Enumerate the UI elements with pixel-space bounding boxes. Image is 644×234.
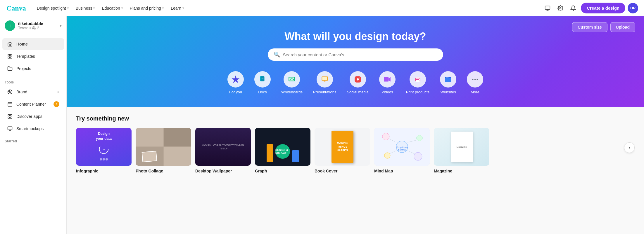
svg-rect-7 (11, 54, 12, 56)
svg-text:Keep ideas: Keep ideas (396, 146, 408, 149)
sidebar-item-home[interactable]: Home (2, 38, 64, 50)
starred-label: Starred (0, 137, 66, 144)
section-title: Try something new (76, 115, 635, 122)
social-media-icon (350, 71, 366, 88)
svg-point-45 (472, 79, 473, 80)
svg-point-43 (447, 77, 448, 78)
content-planner-badge: ! (53, 101, 59, 107)
canva-logo[interactable]: Canva (6, 4, 27, 12)
card-thumb-infographic: Designyour data % (76, 128, 132, 166)
tools-section-label: Tools (0, 77, 66, 85)
svg-line-63 (408, 151, 415, 154)
quick-icon-whiteboards[interactable]: Whiteboards (276, 69, 308, 97)
svg-point-51 (103, 158, 105, 160)
chevron-down-icon: ▾ (121, 6, 123, 10)
grid-icon (7, 113, 13, 119)
presentations-icon (317, 71, 333, 88)
avatar[interactable]: DP (628, 3, 638, 13)
svg-point-34 (359, 78, 360, 78)
cards-next-button[interactable]: › (624, 142, 635, 153)
quick-icon-social-media[interactable]: Social media (341, 69, 374, 97)
card-magazine[interactable]: Magazine Magazine (434, 128, 489, 173)
quick-icon-presentations[interactable]: Presentations (308, 69, 342, 97)
svg-rect-30 (322, 77, 327, 80)
topnav: Canva Design spotlight ▾ Business ▾ Educ… (0, 0, 644, 16)
try-something-new-section: Try something new Designyour data % (67, 107, 644, 181)
hero-search-bar[interactable]: 🔍 (268, 48, 443, 61)
sidebar: I iliketodabble Teams 2 ▾ Home (0, 16, 67, 234)
svg-point-56 (382, 133, 389, 140)
card-infographic[interactable]: Designyour data % Infographic (76, 128, 132, 173)
svg-point-50 (100, 158, 102, 160)
card-thumb-book-cover: MAKING THINGS HAPPEN (315, 128, 370, 166)
folder-icon (7, 66, 13, 71)
card-photo-collage[interactable]: Photo Collage (136, 128, 191, 173)
sidebar-item-discover-apps[interactable]: Discover apps (2, 111, 64, 122)
nav-plans-pricing[interactable]: Plans and pricing ▾ (127, 4, 167, 12)
people-icon (32, 26, 36, 30)
sidebar-user-info: iliketodabble Teams 2 (18, 21, 57, 30)
bell-icon-btn[interactable] (568, 3, 579, 13)
layout: I iliketodabble Teams 2 ▾ Home (0, 16, 644, 234)
home-icon (7, 41, 13, 47)
svg-rect-35 (384, 77, 389, 81)
svg-rect-8 (11, 57, 12, 58)
hero-banner: Custom size Upload What will you design … (67, 16, 644, 107)
card-thumb-graph: DESIGN & DISPLAY (255, 128, 310, 166)
nav-education[interactable]: Education ▾ (99, 4, 125, 12)
quick-icon-websites[interactable]: Websites (435, 69, 462, 97)
whiteboards-icon (284, 71, 300, 88)
sidebar-item-projects[interactable]: Projects (2, 63, 64, 74)
svg-point-58 (417, 135, 422, 141)
card-graph[interactable]: DESIGN & DISPLAY Graph (255, 128, 310, 173)
svg-rect-9 (8, 57, 9, 58)
nav-business[interactable]: Business ▾ (73, 4, 98, 12)
svg-rect-18 (11, 117, 12, 118)
svg-line-61 (390, 151, 396, 153)
svg-rect-6 (8, 54, 9, 56)
card-thumb-magazine: Magazine (434, 128, 489, 166)
svg-line-59 (408, 140, 417, 142)
nav-learn[interactable]: Learn ▾ (168, 4, 187, 12)
quick-icon-more[interactable]: More (462, 69, 488, 97)
sidebar-user-chevron: ▾ (60, 23, 62, 28)
quick-icon-docs[interactable]: Docs (249, 69, 276, 97)
more-icon (467, 71, 483, 88)
brand-icon (7, 89, 13, 95)
search-input[interactable] (283, 52, 437, 57)
nav-design-spotlight[interactable]: Design spotlight ▾ (34, 4, 72, 12)
card-desktop-wallpaper[interactable]: ADVENTURE IS WORTHWHILE IN ITSELF Deskto… (195, 128, 251, 173)
quick-icon-videos[interactable]: Videos (374, 69, 401, 97)
create-design-button[interactable]: Create a design (581, 3, 625, 13)
search-icon: 🔍 (274, 51, 280, 58)
sidebar-nav: Home Templates Projects (0, 35, 66, 77)
custom-size-button[interactable]: Custom size (572, 22, 607, 32)
sidebar-user[interactable]: I iliketodabble Teams 2 ▾ (0, 16, 66, 35)
svg-rect-37 (416, 77, 419, 79)
svg-text:%: % (103, 148, 105, 151)
monitor-icon-btn[interactable] (542, 3, 553, 13)
card-mind-map[interactable]: Keep ideas flowing (374, 128, 430, 173)
chevron-down-icon: ▾ (162, 6, 164, 10)
svg-point-46 (474, 79, 476, 80)
upload-button[interactable]: Upload (610, 22, 635, 32)
cards-row: Designyour data % Infographic (76, 128, 635, 173)
settings-icon-btn[interactable] (555, 3, 566, 13)
sidebar-item-smartmockups[interactable]: Smartmockups (2, 123, 64, 135)
main-content: Custom size Upload What will you design … (67, 16, 644, 234)
hero-actions: Custom size Upload (572, 22, 635, 32)
sidebar-item-content-planner[interactable]: Content Planner ! (2, 98, 64, 110)
quick-icon-print-products[interactable]: Print products (401, 69, 435, 97)
svg-text:Canva: Canva (6, 4, 26, 12)
for-you-icon (227, 71, 244, 88)
svg-point-60 (384, 153, 390, 158)
card-book-cover[interactable]: MAKING THINGS HAPPEN Book Cover (315, 128, 370, 173)
svg-rect-11 (8, 102, 12, 106)
websites-icon (440, 71, 456, 88)
svg-point-47 (476, 79, 478, 80)
quick-icon-for-you[interactable]: For you (222, 69, 249, 97)
chevron-down-icon: ▾ (67, 6, 69, 10)
sidebar-item-templates[interactable]: Templates (2, 50, 64, 62)
card-thumb-mind-map: Keep ideas flowing (374, 128, 430, 166)
sidebar-item-brand[interactable]: Brand ⊕ (2, 86, 64, 98)
